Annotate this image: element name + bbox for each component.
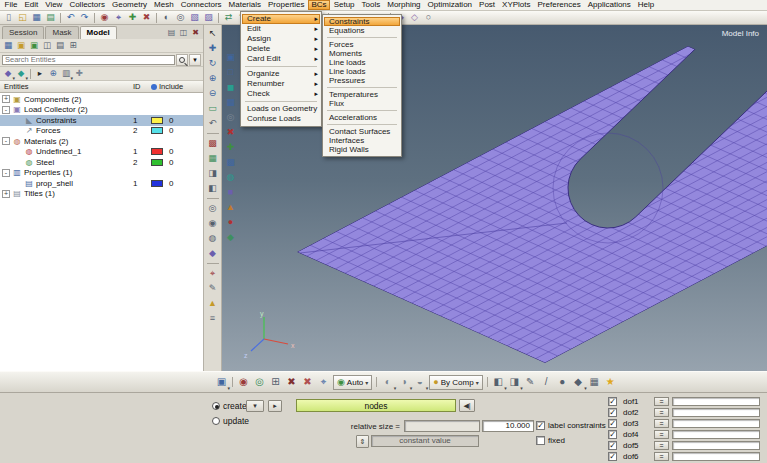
notes-icon[interactable]: ✎	[206, 282, 219, 295]
show-icon[interactable]: ✚	[224, 141, 237, 154]
label-constraints-checkbox[interactable]: ✓label constraints	[536, 421, 606, 430]
fit-view-icon[interactable]: ▭	[206, 102, 219, 115]
attach-icon[interactable]: ◎	[252, 375, 267, 390]
expander-icon[interactable]: -	[2, 137, 10, 145]
menu-item-preferences[interactable]: Preferences	[534, 0, 584, 10]
equals-button[interactable]: =	[654, 430, 669, 439]
screenshot-icon[interactable]: ◉	[98, 11, 111, 24]
reset-button[interactable]: ◀|	[459, 399, 475, 412]
reverse-icon[interactable]: ◨	[206, 167, 219, 180]
table-view-icon[interactable]: ▦	[587, 375, 602, 390]
tree-row[interactable]: ◍Steel20	[0, 157, 203, 168]
color-swatch[interactable]	[151, 117, 163, 124]
create-radio[interactable]: create	[212, 401, 247, 411]
entity-extend-button[interactable]: ▸	[268, 400, 282, 412]
equals-button[interactable]: =	[654, 452, 669, 461]
menu-item-optimization[interactable]: Optimization	[424, 0, 475, 10]
mask-icon[interactable]: ▩	[206, 137, 219, 150]
close-panel-icon[interactable]: ✖	[190, 27, 201, 38]
settings-icon[interactable]: ✚	[73, 68, 85, 80]
shaded-view-icon[interactable]: ◐	[160, 11, 173, 24]
delete-entity-icon[interactable]: ✖	[140, 11, 153, 24]
color-by-combo[interactable]: ●By Comp▾	[429, 375, 482, 390]
menu-item-check[interactable]: Check▸	[242, 89, 320, 99]
menu-item-equations[interactable]: Equations	[324, 26, 400, 35]
menu-item-edit[interactable]: Edit▸	[242, 24, 320, 34]
value-switch[interactable]: ⇕	[356, 435, 369, 448]
warning-icon[interactable]: ▲	[224, 201, 237, 214]
relative-size-value[interactable]: 10.000	[482, 420, 534, 432]
menu-item-applications[interactable]: Applications	[584, 0, 634, 10]
menu-item-temperatures[interactable]: Temperatures	[324, 90, 400, 99]
zoom-in-icon[interactable]: ⊕	[206, 72, 219, 85]
mesh-view-icon[interactable]: ▧	[188, 11, 201, 24]
undo-icon[interactable]: ↶	[64, 11, 77, 24]
display-shaded-icon[interactable]: ◼	[224, 81, 237, 94]
pin-panel-icon[interactable]: ◫	[178, 27, 189, 38]
search-options-button[interactable]: ▾	[189, 54, 201, 66]
dof-value-field[interactable]	[672, 419, 760, 428]
spotlight-icon[interactable]: ◍	[224, 171, 237, 184]
record-icon[interactable]: ●	[224, 216, 237, 229]
add-filter-icon[interactable]: ⊕	[47, 68, 59, 80]
rotate-icon[interactable]: ↻	[206, 57, 219, 70]
menu-item-materials[interactable]: Materials	[225, 0, 264, 10]
tree-row[interactable]: ▤prop_shell10	[0, 178, 203, 189]
entity-sel-icon[interactable]: ◆▾	[571, 375, 586, 390]
expander-icon[interactable]: +	[2, 190, 10, 198]
expander-icon[interactable]: -	[2, 106, 10, 114]
dof-checkbox[interactable]: ✓	[608, 397, 617, 406]
column-config-icon[interactable]: ▥▾	[60, 68, 72, 80]
constant-value-field[interactable]: constant value	[371, 435, 479, 447]
assembly-filter-icon[interactable]: ▣	[28, 40, 40, 52]
id-column-header[interactable]: ID	[133, 82, 151, 91]
tree-row[interactable]: +▤Titles (1)	[0, 189, 203, 200]
favorites-icon[interactable]: ★	[603, 375, 618, 390]
mask-panel-icon[interactable]: ▩	[224, 156, 237, 169]
menu-item-view[interactable]: View	[42, 0, 66, 10]
target-icon[interactable]: ⌖	[112, 11, 125, 24]
entity-filter-icon[interactable]: ▦	[2, 40, 14, 52]
highlight-icon[interactable]: ■	[224, 186, 237, 199]
menu-item-organize[interactable]: Organize▸	[242, 69, 320, 79]
menu-item-help[interactable]: Help	[634, 0, 657, 10]
equals-button[interactable]: =	[654, 408, 669, 417]
menu-item-accelerations[interactable]: Accelerations	[324, 113, 400, 122]
dof-checkbox[interactable]: ✓	[608, 430, 617, 439]
search-input[interactable]	[2, 55, 175, 65]
view-menu-icon[interactable]: ▣▾	[214, 375, 229, 390]
show-filter-icon[interactable]: ◆▾	[2, 68, 14, 80]
display-normals-icon[interactable]: ◎	[224, 111, 237, 124]
menu-item-forces[interactable]: Forces	[324, 40, 400, 49]
hide-icon[interactable]: ✖	[224, 126, 237, 139]
color-swatch[interactable]	[151, 180, 163, 187]
search-button[interactable]	[176, 54, 188, 66]
selector-auto-combo[interactable]: ◉Auto▾	[333, 375, 372, 390]
menu-item-assign[interactable]: Assign▸	[242, 34, 320, 44]
grid-icon[interactable]: ⊞	[268, 375, 283, 390]
menu-item-interfaces[interactable]: Interfaces	[324, 136, 400, 145]
menu-item-post[interactable]: Post	[476, 0, 499, 10]
run-query-icon[interactable]: ▸	[34, 68, 46, 80]
snap-icon[interactable]: ◉	[236, 375, 251, 390]
prev-view-icon[interactable]: ↶	[206, 117, 219, 130]
menu-item-tools[interactable]: Tools	[358, 0, 384, 10]
menu-item-setup[interactable]: Setup	[330, 0, 358, 10]
dof-checkbox[interactable]: ✓	[608, 452, 617, 461]
relative-size-slider[interactable]	[404, 420, 480, 432]
shaded-icon[interactable]: ◉	[206, 217, 219, 230]
color-swatch[interactable]	[151, 148, 163, 155]
tree-row[interactable]: -▣Load Collector (2)	[0, 105, 203, 116]
unmask-icon[interactable]: ▦	[206, 152, 219, 165]
list-mode-icon[interactable]: ▤	[54, 40, 66, 52]
save-file-icon[interactable]: ▦	[30, 11, 43, 24]
nodes-selector-button[interactable]: nodes	[296, 399, 456, 412]
tree-row[interactable]: ◍Undefined_110	[0, 147, 203, 158]
menu-item-geometry[interactable]: Geometry	[108, 0, 150, 10]
swap-icon[interactable]: ⇄	[222, 11, 235, 24]
wireframe-icon[interactable]: ◎	[206, 202, 219, 215]
shade-geom-icon[interactable]: ◐▾	[380, 375, 395, 390]
tree-row[interactable]: -▥Properties (1)	[0, 168, 203, 179]
equals-button[interactable]: =	[654, 397, 669, 406]
shade-mesh-icon[interactable]: ◑▾	[396, 375, 411, 390]
